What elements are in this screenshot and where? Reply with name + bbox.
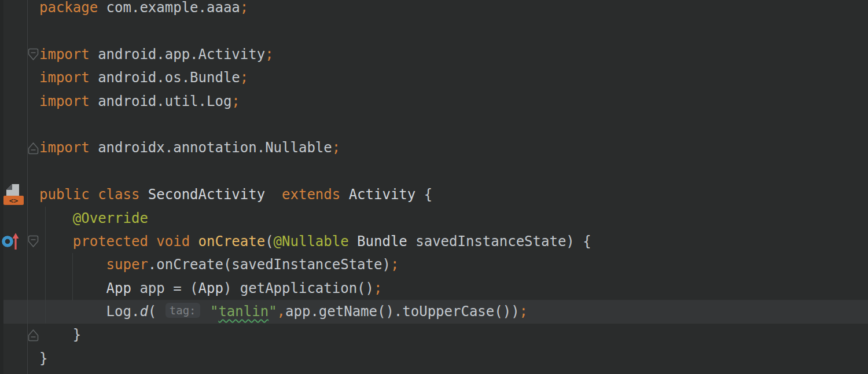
code-token: ; [391, 256, 399, 273]
code-token: ; [332, 140, 340, 156]
code-token: @Override [73, 210, 148, 226]
gutter-icon-cell [0, 277, 27, 300]
code-line [0, 113, 868, 136]
gutter-icon-cell [0, 66, 27, 89]
code-token: onCreate [198, 233, 266, 250]
code-token: com.example.aaaa [98, 0, 240, 16]
code-token: tanlin [218, 303, 269, 320]
gutter-icon-cell [0, 43, 27, 66]
fold-cell [27, 300, 39, 323]
code-line [0, 19, 868, 42]
fold-cell [27, 19, 39, 42]
code-token: ( [265, 233, 273, 250]
code-token [39, 233, 73, 250]
code-token: ; [520, 303, 528, 320]
code-line-text: } [39, 323, 868, 346]
code-token: App [198, 280, 223, 296]
code-line-text [39, 19, 868, 42]
code-area[interactable]: package com.example.aaaa; import android… [0, 0, 868, 370]
code-line: super.onCreate(savedInstanceState); [0, 253, 868, 276]
code-line: <>public class SecondActivity extends Ac… [0, 183, 868, 206]
code-line: import androidx.annotation.Nullable; [0, 136, 868, 159]
fold-cell [27, 207, 39, 230]
code-token: import [39, 46, 90, 63]
code-token [340, 186, 348, 203]
gutter-icon-cell [0, 160, 27, 183]
gutter-icon-cell [0, 90, 27, 113]
code-token: } [39, 327, 81, 343]
code-token: { [415, 186, 432, 203]
code-line-text: App app = (App) getApplication(); [39, 277, 868, 300]
code-token: " [269, 303, 277, 320]
code-token [139, 186, 148, 203]
code-line-text: import androidx.annotation.Nullable; [39, 136, 868, 159]
code-token: @Nullable [274, 233, 349, 250]
code-token: ; [240, 0, 248, 16]
code-token: android.util.Log [90, 93, 232, 109]
code-token: extends [282, 186, 340, 203]
code-token: app.getName().toUpperCase()) [285, 303, 520, 320]
code-line: Log.d( tag: "tanlin",app.getName().toUpp… [0, 300, 868, 323]
code-token: androidx.annotation.Nullable [90, 140, 332, 156]
code-token: super [106, 256, 148, 273]
code-token: package [39, 0, 98, 16]
code-token: d [139, 303, 148, 320]
fold-cell [27, 323, 39, 346]
gutter-icon-cell: <> [0, 183, 27, 206]
fold-cell [27, 113, 39, 136]
code-token: android.os.Bundle [90, 69, 240, 86]
overrides-method-icon[interactable] [2, 232, 21, 251]
fold-marker-icon[interactable] [27, 329, 39, 342]
fold-marker-icon[interactable] [27, 48, 39, 61]
code-token: import [39, 140, 90, 156]
code-line: package com.example.aaaa; [0, 0, 868, 19]
code-line-text: super.onCreate(savedInstanceState); [39, 253, 868, 276]
fold-cell [27, 347, 39, 370]
code-token [202, 303, 210, 320]
code-line-text: public class SecondActivity extends Acti… [39, 183, 868, 206]
code-line: import android.app.Activity; [0, 43, 868, 66]
fold-cell [27, 160, 39, 183]
code-line-text: protected void onCreate(@Nullable Bundle… [39, 230, 868, 253]
code-line: } [0, 323, 868, 346]
gutter-icon-cell [0, 19, 27, 42]
code-line [0, 160, 868, 183]
fold-cell [27, 43, 39, 66]
code-token: ; [374, 280, 382, 296]
code-token: ; [240, 69, 248, 86]
gutter-icon-cell [0, 323, 27, 346]
code-token [39, 210, 73, 226]
code-line-text: import android.util.Log; [39, 90, 868, 113]
fold-cell [27, 183, 39, 206]
fold-marker-icon[interactable] [27, 142, 39, 155]
code-token: .onCreate(savedInstanceState) [148, 256, 391, 273]
code-line-text: package com.example.aaaa; [39, 0, 868, 19]
code-token: ) getApplication() [223, 280, 374, 296]
svg-text:<>: <> [9, 196, 19, 205]
code-line-text: @Override [39, 207, 868, 230]
fold-cell [27, 277, 39, 300]
code-line-text: } [39, 347, 868, 370]
fold-cell [27, 66, 39, 89]
code-token: " [210, 303, 218, 320]
code-token: savedInstanceState) { [407, 233, 591, 250]
code-line-text [39, 113, 868, 136]
code-token: Activity [349, 186, 416, 203]
fold-cell [27, 0, 39, 19]
fold-marker-icon[interactable] [27, 235, 39, 248]
gutter-icon-cell [0, 0, 27, 19]
code-token [190, 233, 198, 250]
related-layout-file-icon[interactable]: <> [2, 182, 25, 207]
gutter-icon-cell [0, 207, 27, 230]
code-token [39, 280, 106, 296]
code-line: App app = (App) getApplication(); [0, 277, 868, 300]
code-token: Bundle [357, 233, 407, 250]
fold-cell [27, 136, 39, 159]
inlay-hint-tag[interactable]: tag: [165, 303, 200, 318]
code-editor: package com.example.aaaa; import android… [0, 0, 868, 374]
code-token: app = ( [131, 280, 198, 296]
code-token: SecondActivity [148, 186, 265, 203]
code-line-text: import android.os.Bundle; [39, 66, 868, 89]
code-token: Log. [39, 303, 139, 320]
code-token: protected void [73, 233, 190, 250]
